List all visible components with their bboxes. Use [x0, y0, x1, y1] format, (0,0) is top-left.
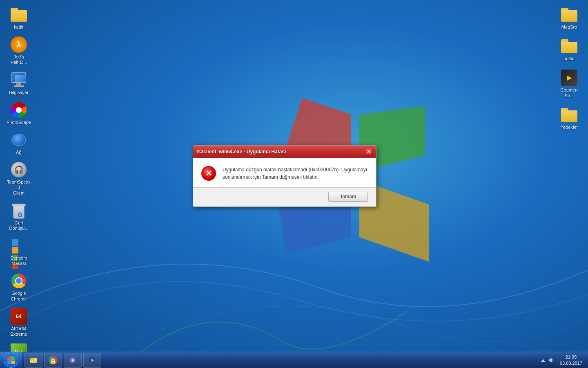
ag-icon-img	[11, 132, 27, 148]
network-icon	[11, 132, 27, 147]
chrome-taskbar-icon	[49, 356, 57, 364]
dialog-titlebar: ts3client_win64.exe - Uygulama Hatası ✕	[193, 146, 376, 158]
paint-taskbar-icon	[69, 356, 77, 364]
kadir-icon-img	[11, 7, 27, 23]
svg-rect-13	[543, 359, 543, 360]
media-taskbar-icon	[88, 356, 96, 364]
dialog-close-button[interactable]: ✕	[365, 148, 373, 156]
icon-photoscape[interactable]: PhotoScape	[4, 99, 33, 128]
dialog-message: Uygulama düzgün olarak başlatılamadı (0x…	[223, 166, 368, 181]
svg-marker-14	[549, 358, 552, 363]
icon-control-panel[interactable]: DenetimMasası	[4, 235, 33, 269]
clock-time: 21:09	[566, 354, 577, 360]
icon-botlar[interactable]: botlar	[555, 36, 584, 64]
svg-rect-3	[11, 361, 15, 364]
kadir-folder-icon	[11, 8, 27, 22]
icon-chrome[interactable]: GoogleChrome	[4, 270, 33, 304]
taskbar-item-explorer[interactable]	[24, 353, 42, 368]
chrome-label: GoogleChrome	[11, 291, 27, 301]
icon-jeds-hl[interactable]: λ Jed'sHalf-Li...	[4, 34, 33, 67]
recycle-label: GeriDönüşü...	[9, 220, 28, 231]
icon-aida64[interactable]: 64 AIDA64Extreme	[4, 306, 33, 339]
taskbar-items	[22, 352, 537, 368]
clock[interactable]: 21:09 03.03.2017	[557, 354, 585, 366]
windows-flag-icon	[7, 356, 15, 364]
aida64-icon-img: 64	[11, 308, 27, 325]
bilgisayar-label: Bilgisayar	[9, 90, 29, 95]
yedekler-icon-img	[561, 107, 577, 123]
svg-rect-0	[7, 357, 11, 360]
counter-strike-icon: ▶	[561, 70, 577, 86]
network-tray-icon[interactable]	[540, 357, 546, 364]
dialog-footer: Tamam	[193, 188, 376, 206]
photoscape-icon	[11, 102, 27, 118]
recycle-icon-img: ♻	[11, 202, 27, 219]
yedekler-label: Yedekler	[561, 125, 578, 130]
desktop-icons-right: MegSro botlar ▶ Counter-Str...	[555, 4, 584, 134]
clock-date: 03.03.2017	[560, 360, 582, 366]
icon-ag[interactable]: Ağ	[4, 129, 33, 157]
photoscape-icon-img	[11, 102, 27, 118]
desktop: kadir λ Jed'sHalf-Li... Bilgisayar	[0, 0, 588, 368]
icon-recycle[interactable]: ♻ GeriDönüşü...	[4, 200, 33, 233]
icon-counter-strike[interactable]: ▶ Counter-Str...	[555, 67, 584, 101]
megsro-label: MegSro	[561, 25, 577, 30]
chrome-icon-img	[11, 273, 27, 289]
svg-rect-5	[30, 358, 33, 360]
taskbar-item-paint[interactable]	[64, 353, 82, 368]
control-panel-icon	[11, 238, 27, 254]
icon-yedekler[interactable]: Yedekler	[555, 104, 584, 132]
dialog-title: ts3client_win64.exe - Uygulama Hatası	[196, 149, 286, 155]
taskbar: 21:09 03.03.2017	[0, 352, 588, 368]
system-tray	[540, 357, 555, 364]
megsro-folder-icon	[561, 8, 577, 22]
icon-teamspeak[interactable]: 🎧 TeamSpeak 3Client	[4, 159, 33, 198]
error-x-mark: ✕	[205, 169, 212, 177]
jeds-hl-icon-img: λ	[11, 36, 27, 53]
error-dialog: ts3client_win64.exe - Uygulama Hatası ✕ …	[193, 145, 376, 207]
taskbar-right: 21:09 03.03.2017	[537, 352, 588, 368]
aida64-icon: 64	[11, 308, 27, 325]
jeds-hl-label: Jed'sHalf-Li...	[11, 54, 27, 65]
svg-point-8	[72, 359, 74, 361]
recycle-bin-icon: ♻	[11, 202, 26, 219]
desktop-icons-left: kadir λ Jed'sHalf-Li... Bilgisayar	[4, 4, 33, 368]
icon-kadir[interactable]: kadir	[4, 4, 33, 32]
dialog-ok-button[interactable]: Tamam	[328, 192, 368, 202]
svg-rect-1	[11, 357, 15, 360]
teamspeak-icon-img: 🎧	[11, 162, 27, 178]
teamspeak-icon: 🎧	[11, 162, 27, 177]
start-orb	[4, 353, 18, 368]
computer-icon	[11, 72, 27, 88]
botlar-label: botlar	[564, 56, 575, 61]
control-panel-label: DenetimMasası	[11, 256, 27, 266]
error-icon: ✕	[201, 166, 216, 181]
botlar-folder-icon	[561, 39, 577, 53]
aida64-label: AIDA64Extreme	[11, 326, 27, 337]
explorer-taskbar-icon	[29, 356, 38, 364]
cs-icon-img: ▶	[561, 70, 577, 86]
icon-megsro[interactable]: MegSro	[555, 4, 584, 32]
photoscape-label: PhotoScape	[7, 120, 31, 125]
cs-label: Counter-Str...	[556, 88, 582, 98]
kadir-label: kadir	[14, 25, 24, 30]
control-panel-icon-img	[11, 238, 27, 254]
icon-bilgisayar[interactable]: Bilgisayar	[4, 70, 33, 98]
megsro-icon-img	[561, 7, 577, 23]
dialog-body: ✕ Uygulama düzgün olarak başlatılamadı (…	[193, 158, 376, 188]
teamspeak-label: TeamSpeak 3Client	[6, 180, 32, 196]
bilgisayar-icon-img	[11, 72, 27, 88]
hl-icon: λ	[11, 36, 27, 53]
start-button[interactable]	[0, 352, 22, 368]
ag-label: Ağ	[16, 150, 21, 155]
botlar-icon-img	[561, 38, 577, 54]
taskbar-item-media[interactable]	[83, 353, 101, 368]
volume-tray-icon[interactable]	[548, 357, 555, 364]
svg-rect-2	[7, 361, 11, 364]
chrome-icon	[11, 274, 26, 288]
yedekler-folder-icon	[561, 108, 577, 122]
taskbar-item-chrome[interactable]	[44, 353, 62, 368]
